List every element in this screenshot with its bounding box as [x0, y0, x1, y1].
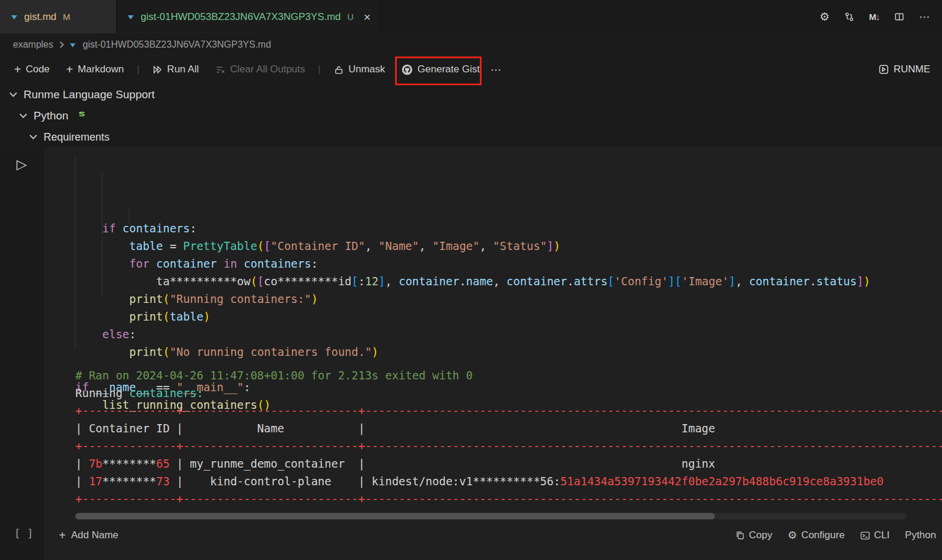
- markdown-file-icon: [68, 41, 77, 49]
- git-modified-badge: M: [63, 12, 71, 22]
- configure-button[interactable]: ⚙ Configure: [788, 529, 845, 542]
- unmask-button[interactable]: Unmask: [328, 60, 391, 79]
- github-icon: [402, 64, 413, 75]
- markdown-file-icon: [126, 12, 135, 22]
- breadcrumb: examples gist-01HWD053BZ23JN6VA7X3NGP3YS…: [0, 34, 942, 56]
- cell-output: # Ran on 2024-04-26 11:47:08+01:00 for 2…: [75, 366, 942, 508]
- tab-label: gist.md: [24, 11, 57, 23]
- chevron-down-icon: [19, 111, 27, 118]
- section-label: Runme Language Support: [24, 88, 155, 101]
- section-python[interactable]: Python: [0, 105, 942, 126]
- plus-icon: +: [14, 64, 21, 75]
- chevron-down-icon: [9, 89, 17, 97]
- horizontal-scrollbar: [75, 513, 907, 519]
- cli-button[interactable]: CLI: [860, 529, 890, 541]
- git-compare-icon[interactable]: [844, 12, 854, 22]
- run-cell-button[interactable]: ▷: [16, 156, 27, 172]
- snake-emoji-icon: [76, 111, 87, 121]
- execution-indicator: [ ]: [14, 527, 34, 539]
- section-label: Python: [34, 109, 68, 122]
- add-name-label: Add Name: [71, 529, 118, 541]
- plus-icon: +: [59, 529, 66, 542]
- markdown-preview-icon[interactable]: M↓: [869, 12, 880, 22]
- runme-brand-label: RUNME: [894, 64, 930, 75]
- add-name-button[interactable]: + Add Name: [59, 529, 118, 542]
- split-editor-icon[interactable]: [894, 12, 904, 22]
- clear-outputs-icon: [215, 65, 225, 75]
- breadcrumb-folder[interactable]: examples: [13, 39, 53, 50]
- tab-gist-md[interactable]: gist.md M: [0, 0, 117, 34]
- generate-gist-label: Generate Gist: [417, 64, 480, 75]
- toolbar-separator: |: [134, 64, 141, 75]
- copy-label: Copy: [749, 529, 772, 541]
- add-code-cell-button[interactable]: + Code: [8, 60, 55, 79]
- gear-icon: ⚙: [788, 529, 797, 542]
- copy-button[interactable]: Copy: [735, 529, 772, 541]
- run-all-icon: [152, 65, 162, 75]
- breadcrumb-file[interactable]: gist-01HWD053BZ23JN6VA7X3NGP3YS.md: [82, 39, 271, 50]
- chevron-right-icon: [58, 41, 64, 48]
- unmask-label: Unmask: [349, 64, 385, 75]
- tab-label: gist-01HWD053BZ23JN6VA7X3NGP3YS.md: [141, 11, 341, 23]
- more-actions-icon[interactable]: ⋯: [919, 10, 930, 24]
- section-requirements[interactable]: Requirements: [0, 126, 942, 148]
- cli-label: CLI: [874, 529, 890, 541]
- section-runme-language-support[interactable]: Runme Language Support: [0, 84, 942, 105]
- more-actions-icon[interactable]: ⋯: [490, 63, 502, 76]
- language-picker[interactable]: Python: [905, 529, 936, 541]
- vscode-window: gist.md M gist-01HWD053BZ23JN6VA7X3NGP3Y…: [0, 0, 942, 560]
- run-all-button[interactable]: Run All: [147, 60, 205, 79]
- configure-label: Configure: [801, 529, 845, 541]
- code-cell: ▷ [ ] if containers: table = PrettyTable…: [0, 147, 942, 560]
- runme-logo-icon: [878, 64, 889, 75]
- git-untracked-badge: U: [347, 12, 354, 22]
- clear-all-outputs-button[interactable]: Clear All Outputs: [210, 60, 311, 79]
- toolbar-separator: |: [316, 64, 323, 75]
- plus-icon: +: [66, 64, 73, 75]
- indent-guide: [75, 155, 75, 349]
- notebook-outline: Runme Language Support Python Requiremen…: [0, 84, 942, 147]
- terminal-icon: [860, 531, 870, 541]
- cell-footer: + Add Name Copy ⚙ Configure: [44, 522, 936, 548]
- chevron-down-icon: [29, 132, 37, 139]
- notebook-toolbar: + Code + Markdown | Run All Clear All Ou…: [0, 56, 942, 83]
- run-all-label: Run All: [167, 64, 199, 75]
- editor-actions: ⚙ M↓ ⋯: [820, 0, 942, 34]
- section-label: Requirements: [44, 131, 110, 144]
- scrollbar-thumb[interactable]: [75, 513, 715, 519]
- unlock-icon: [334, 65, 344, 75]
- indent-guide: [129, 208, 130, 225]
- close-icon[interactable]: ×: [364, 11, 371, 23]
- cell-gutter: [0, 147, 44, 560]
- indent-guide: [102, 172, 102, 296]
- add-code-label: Code: [26, 64, 50, 75]
- generate-gist-button[interactable]: Generate Gist: [396, 60, 486, 79]
- markdown-file-icon: [9, 12, 19, 22]
- tab-gist-generated-md[interactable]: gist-01HWD053BZ23JN6VA7X3NGP3YS.md U ×: [117, 0, 380, 34]
- runme-brand: RUNME: [878, 64, 930, 75]
- add-markdown-cell-button[interactable]: + Markdown: [60, 60, 130, 79]
- clear-all-outputs-label: Clear All Outputs: [230, 64, 306, 75]
- copy-icon: [735, 531, 745, 540]
- add-markdown-label: Markdown: [78, 64, 124, 75]
- gear-icon[interactable]: ⚙: [820, 10, 830, 24]
- language-label: Python: [905, 529, 936, 541]
- tab-bar: gist.md M gist-01HWD053BZ23JN6VA7X3NGP3Y…: [0, 0, 942, 34]
